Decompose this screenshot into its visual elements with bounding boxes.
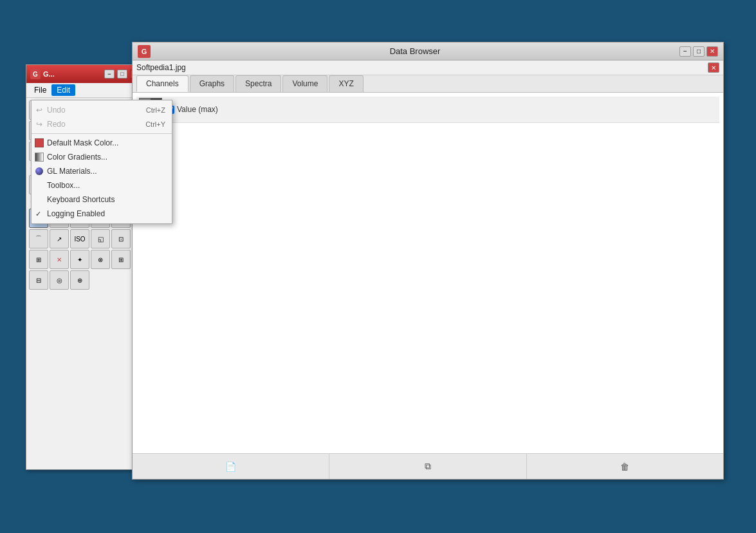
- tools-8[interactable]: ISO: [70, 229, 89, 248]
- value-max-row: Value (max): [166, 105, 218, 114]
- tab-volume[interactable]: Volume: [282, 75, 327, 92]
- tools-18[interactable]: ⊕: [70, 270, 89, 290]
- separator-1: [32, 133, 172, 134]
- big-window-title: Data Browser: [151, 46, 679, 56]
- check-icon: ✓: [35, 210, 41, 218]
- tools-15[interactable]: ⊞: [111, 250, 131, 269]
- tools-16[interactable]: ⊟: [29, 270, 48, 290]
- doc-icon: 📄: [225, 462, 236, 472]
- content-area: Value (max): [133, 93, 723, 453]
- menu-keyboard-shortcuts[interactable]: Keyboard Shortcuts: [32, 192, 172, 207]
- menu-edit[interactable]: Edit: [51, 84, 75, 96]
- gradient-icon: [34, 152, 44, 162]
- red-square-icon: [34, 138, 44, 148]
- copy-icon: ⧉: [425, 461, 431, 472]
- content-toolbar: Value (max): [136, 97, 719, 123]
- tab-graphs[interactable]: Graphs: [190, 75, 234, 92]
- menu-redo[interactable]: ↪ Redo Ctrl+Y: [32, 117, 172, 131]
- app-icon-small: G: [30, 69, 41, 79]
- menu-default-mask[interactable]: Default Mask Color...: [32, 136, 172, 150]
- tools-14[interactable]: ⊗: [91, 250, 110, 269]
- tools-11[interactable]: ⊞: [29, 250, 48, 269]
- value-max-label: Value (max): [177, 105, 218, 114]
- tab-channels[interactable]: Channels: [136, 75, 189, 92]
- big-titlebar: G Data Browser − □ ✕: [133, 42, 723, 61]
- big-window-buttons: − □ ✕: [679, 46, 718, 57]
- filename-label: Softpedia1.jpg: [136, 63, 186, 72]
- tools-9[interactable]: ◱: [91, 229, 110, 248]
- maximize-button-big[interactable]: □: [693, 46, 705, 57]
- menu-gl-materials[interactable]: GL Materials...: [32, 164, 172, 178]
- menu-toolbox[interactable]: Toolbox...: [32, 178, 172, 192]
- minimize-button-big[interactable]: −: [679, 46, 691, 57]
- undo-icon: ↩: [34, 105, 44, 115]
- tools-7[interactable]: ↗: [50, 229, 69, 248]
- tools-10[interactable]: ⊡: [111, 229, 131, 248]
- menu-color-gradients[interactable]: Color Gradients...: [32, 150, 172, 164]
- bottom-bar: 📄 ⧉ 🗑: [133, 453, 723, 479]
- tabs-bar: Channels Graphs Spectra Volume XYZ: [133, 75, 723, 93]
- menu-file[interactable]: File: [29, 84, 51, 96]
- menu-logging[interactable]: ✓ Logging Enabled: [32, 207, 172, 221]
- data-browser-window: G Data Browser − □ ✕ Softpedia1.jpg ✕ Ch…: [132, 42, 724, 480]
- maximize-button-small[interactable]: □: [117, 70, 127, 79]
- bottom-btn-trash[interactable]: 🗑: [527, 454, 723, 479]
- tools-6[interactable]: ⌒: [29, 229, 48, 248]
- tab-spectra[interactable]: Spectra: [235, 75, 281, 92]
- small-menubar: File Edit: [26, 83, 144, 98]
- small-window-titlebar: G G... − □ ✕: [26, 65, 144, 83]
- bottom-btn-copy[interactable]: ⧉: [329, 454, 526, 479]
- redo-icon: ↪: [34, 119, 44, 129]
- tab-xyz[interactable]: XYZ: [329, 75, 363, 92]
- tools-17[interactable]: ◎: [50, 270, 69, 290]
- close-file-button[interactable]: ✕: [708, 62, 719, 73]
- sphere-icon: [34, 166, 44, 176]
- bottom-btn-doc[interactable]: 📄: [133, 454, 329, 479]
- trash-icon: 🗑: [620, 462, 629, 472]
- small-window-title: G...: [43, 70, 55, 78]
- menu-undo[interactable]: ↩ Undo Ctrl+Z: [32, 103, 172, 117]
- tools-13[interactable]: ✦: [70, 250, 89, 269]
- app-icon-big: G: [138, 45, 151, 58]
- close-button-big[interactable]: ✕: [706, 46, 718, 57]
- edit-dropdown-menu: ↩ Undo Ctrl+Z ↪ Redo Ctrl+Y Default Mask…: [31, 100, 172, 224]
- tools-12[interactable]: ✕: [50, 250, 69, 269]
- big-toolbar: Softpedia1.jpg ✕: [133, 61, 723, 75]
- minimize-button-small[interactable]: −: [104, 70, 115, 79]
- big-titlebar-left-icons: G: [138, 45, 151, 58]
